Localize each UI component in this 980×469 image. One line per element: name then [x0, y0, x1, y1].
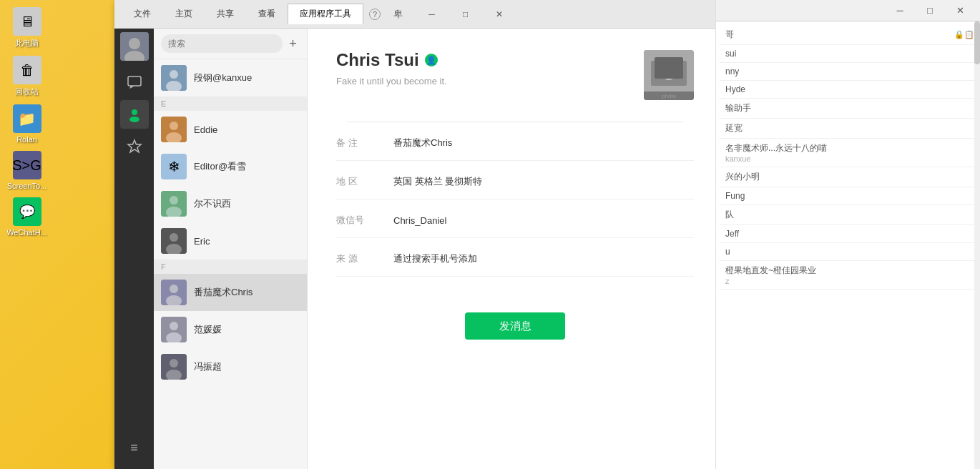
contact-item-duangang[interactable]: 段钢@kanxue	[154, 59, 307, 97]
contact-item-eric[interactable]: Eric	[154, 222, 307, 260]
desktop-icon-inbox[interactable]: 🗑 回收站	[4, 56, 50, 97]
rolan-icon-label: Rolan	[16, 135, 37, 144]
right-panel-items: 哥 🔒📋 sui nny Hyde 输助手 延宽	[716, 21, 980, 293]
right-item-13[interactable]: 橙果地直发~橙佳园果业 z	[720, 261, 980, 290]
right-item-7-name: 名非魔术师...永远十八的喵	[725, 142, 974, 154]
right-item-2-name: sui	[725, 49, 974, 59]
desktop-icon-computer[interactable]: 🖥 此电脑	[4, 7, 50, 49]
profile-name: Chris Tsui	[336, 50, 419, 70]
right-item-7[interactable]: 名非魔术师...永远十八的喵 kanxue	[720, 139, 980, 167]
contact-item-erbushixi[interactable]: 尔不识西	[154, 185, 307, 222]
sidebar-menu-btn[interactable]: ≡	[120, 433, 149, 462]
contact-item-editor[interactable]: ❄ Editor@看雪	[154, 148, 307, 185]
profile-info: Chris Tsui 👤 Fake it until you become it…	[336, 50, 644, 87]
contact-name-duangang: 段钢@kanxue	[194, 71, 252, 84]
contact-avatar-erbushixi	[161, 191, 187, 217]
sidebar-chat-btn[interactable]	[120, 68, 149, 97]
main-content: ≡ + 段钢@kanxue E	[114, 29, 722, 469]
right-minimize-btn[interactable]: ─	[886, 1, 914, 20]
right-item-4[interactable]: Hyde	[720, 81, 980, 99]
sidebar-bottom: ≡	[120, 433, 149, 469]
rolan-icon: 📁	[13, 104, 41, 133]
tab-view[interactable]: 查看	[246, 4, 288, 24]
right-item-8-name: 兴的小明	[725, 171, 974, 183]
tab-file[interactable]: 文件	[122, 4, 163, 24]
profile-divider	[347, 122, 683, 122]
desktop-icon-wechat[interactable]: 💬 WeChatH...	[4, 197, 50, 237]
send-message-button[interactable]: 发消息	[465, 312, 565, 340]
add-contact-button[interactable]: +	[286, 35, 300, 52]
contact-item-eddie[interactable]: Eddie	[154, 111, 307, 148]
profile-photo-img: photo	[644, 50, 694, 100]
right-item-3-name: nny	[725, 66, 974, 76]
svg-point-24	[170, 322, 178, 330]
right-item-8[interactable]: 兴的小明	[720, 167, 980, 187]
profile-photo: photo	[644, 50, 694, 100]
desktop-icons-area: 🖥 此电脑 🗑 回收站 📁 Rolan S>G ScreenTo... 💬 We…	[0, 0, 54, 469]
profile-motto: Fake it until you become it.	[336, 76, 644, 87]
contact-avatar-editor: ❄	[161, 154, 187, 179]
contact-list: 段钢@kanxue E Eddie ❄ Editor@看雪	[154, 59, 307, 469]
right-item-3[interactable]: nny	[720, 63, 980, 81]
right-item-6[interactable]: 延宽	[720, 119, 980, 139]
discover-icon	[127, 139, 142, 154]
right-window-titlebar: ─ □ ✕	[716, 0, 980, 21]
right-close-btn[interactable]: ✕	[946, 1, 974, 20]
contact-avatar-duangang	[161, 65, 187, 91]
right-item-1-name: 哥	[725, 29, 734, 41]
detail-label-region: 地 区	[336, 175, 379, 188]
profile-detail-region: 地 区 英国 英格兰 曼彻斯特	[336, 175, 694, 199]
profile-panel: Chris Tsui 👤 Fake it until you become it…	[308, 29, 722, 469]
contact-list-panel: + 段钢@kanxue E Eddie	[154, 29, 308, 469]
desktop-icon-rolan[interactable]: 📁 Rolan	[4, 104, 50, 144]
contact-item-fanqie[interactable]: 番茄魔术Chris	[154, 274, 307, 311]
contact-name-fengzhenchao: 冯振超	[194, 360, 222, 373]
minimize-button[interactable]: ─	[416, 4, 448, 25]
tab-share[interactable]: 共享	[205, 4, 246, 24]
svg-point-1	[129, 38, 140, 49]
svg-point-18	[170, 233, 178, 242]
right-item-5[interactable]: 输助手	[720, 99, 980, 119]
contact-item-fengzhenchao[interactable]: 冯振超	[154, 348, 307, 385]
svg-point-9	[170, 70, 178, 79]
detail-value-region: 英国 英格兰 曼彻斯特	[393, 175, 482, 188]
close-button[interactable]: ✕	[483, 4, 515, 25]
svg-point-5	[132, 109, 137, 115]
right-item-12[interactable]: u	[720, 243, 980, 261]
contact-avatar-fanqie	[161, 280, 187, 305]
tab-app-tools[interactable]: 应用程序工具	[288, 4, 363, 24]
sidebar-discover-btn[interactable]	[120, 132, 149, 161]
help-icon[interactable]: ?	[369, 9, 381, 20]
user-avatar-img	[120, 32, 149, 61]
contact-item-fanyuanyuan[interactable]: 范媛媛	[154, 311, 307, 348]
right-item-9[interactable]: Fung	[720, 187, 980, 205]
contact-name-fanyuanyuan: 范媛媛	[194, 323, 222, 336]
profile-name-row: Chris Tsui 👤	[336, 50, 644, 70]
pin-button[interactable]: 卑	[382, 4, 414, 25]
contact-group-f: F	[154, 260, 307, 274]
right-item-11-name: Jeff	[725, 229, 974, 239]
right-restore-btn[interactable]: □	[916, 1, 944, 20]
chat-icon	[127, 74, 142, 90]
contact-name-eric: Eric	[194, 236, 210, 247]
title-bar: 文件 主页 共享 查看 应用程序工具 ? 卑 ─ □ ✕	[114, 0, 722, 29]
contact-avatar-fengzhenchao	[161, 354, 187, 380]
user-avatar[interactable]	[120, 32, 149, 61]
svg-rect-30	[651, 61, 687, 86]
detail-label-remark: 备 注	[336, 137, 379, 149]
right-scrollbar-track[interactable]	[974, 21, 980, 469]
sidebar-contacts-btn[interactable]	[120, 100, 149, 129]
search-input[interactable]	[161, 34, 283, 53]
contact-group-e: E	[154, 97, 307, 111]
contact-avatar-fanyuanyuan	[161, 317, 187, 342]
wechat-window: 文件 主页 共享 查看 应用程序工具 ? 卑 ─ □ ✕	[114, 0, 722, 469]
right-item-6-name: 延宽	[725, 122, 974, 134]
right-item-2[interactable]: sui	[720, 45, 980, 63]
desktop-icon-screento[interactable]: S>G ScreenTo...	[4, 151, 50, 190]
restore-button[interactable]: □	[449, 4, 481, 25]
right-item-13-name: 橙果地直发~橙佳园果业	[725, 265, 974, 277]
right-item-1[interactable]: 哥 🔒📋	[720, 25, 980, 45]
tab-home[interactable]: 主页	[163, 4, 205, 24]
right-item-10[interactable]: 队	[720, 205, 980, 225]
right-item-11[interactable]: Jeff	[720, 225, 980, 243]
